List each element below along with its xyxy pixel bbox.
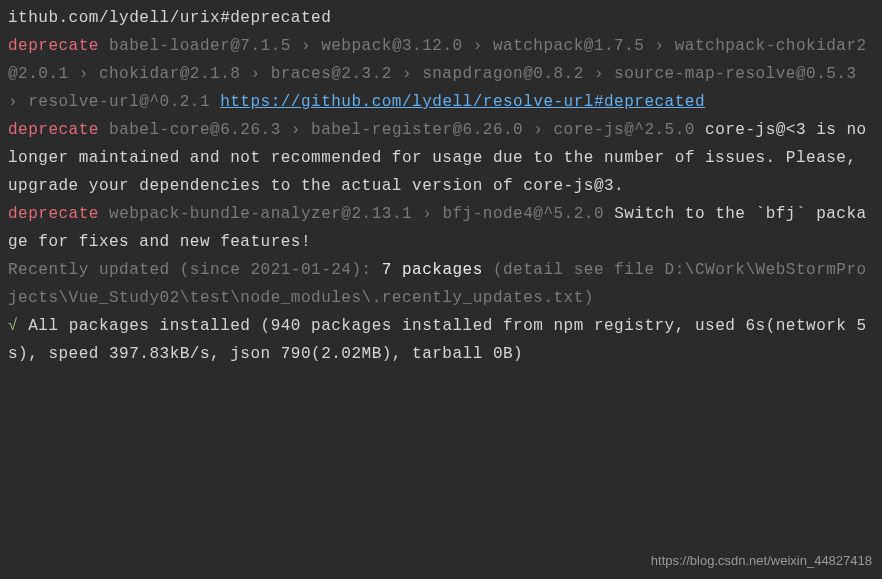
dep-chain: babel-core@6.26.3 › babel-register@6.26.… [109, 121, 695, 139]
terminal-output: ithub.com/lydell/urix#deprecated depreca… [8, 4, 874, 368]
install-summary: All packages installed (940 packages ins… [8, 317, 867, 363]
recent-count: 7 packages [382, 261, 483, 279]
watermark: https://blog.csdn.net/weixin_44827418 [651, 550, 872, 573]
recent-prefix: Recently updated (since 2021-01-24): [8, 261, 372, 279]
dep-chain: webpack-bundle-analyzer@2.13.1 › bfj-nod… [109, 205, 604, 223]
deprecation-link[interactable]: https://github.com/lydell/resolve-url#de… [220, 93, 705, 111]
check-icon: √ [8, 317, 18, 335]
deprecate-label: deprecate [8, 121, 99, 139]
deprecate-label: deprecate [8, 37, 99, 55]
text-fragment: ithub.com/lydell/urix#deprecated [8, 9, 331, 27]
deprecate-label: deprecate [8, 205, 99, 223]
